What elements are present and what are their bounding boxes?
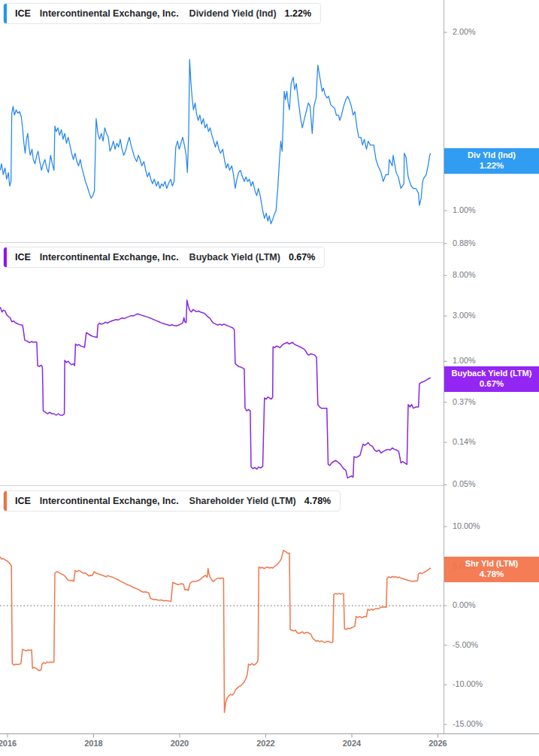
company-name: Intercontinental Exchange, Inc. bbox=[40, 252, 179, 263]
x-axis-label: 2016 bbox=[0, 739, 24, 748]
y-axis-label: -5.00% bbox=[453, 640, 535, 649]
metric-value: 4.78% bbox=[304, 496, 331, 506]
x-axis-label: 2022 bbox=[250, 739, 283, 748]
x-axis-label: 2020 bbox=[163, 739, 196, 748]
badge-label: Buyback Yield (LTM) bbox=[444, 368, 539, 378]
company-name: Intercontinental Exchange, Inc. bbox=[40, 496, 179, 506]
metric-name: Dividend Yield (Ind) bbox=[189, 8, 277, 19]
y-axis-label: -10.00% bbox=[453, 679, 535, 688]
last-value-badge-dividend-yield: Div Yld (Ind) 1.22% bbox=[444, 148, 539, 174]
last-value-badge-buyback-yield: Buyback Yield (LTM) 0.67% bbox=[444, 366, 539, 392]
x-axis-label: 2024 bbox=[335, 739, 368, 748]
last-value-badge-shareholder-yield: Shr Yld (LTM) 4.78% bbox=[444, 557, 539, 582]
y-axis-label: 1.00% bbox=[453, 356, 535, 365]
badge-value: 4.78% bbox=[444, 569, 539, 580]
metric-name: Shareholder Yield (LTM) bbox=[189, 496, 296, 506]
metric-value: 1.22% bbox=[285, 8, 311, 19]
metric-value: 0.67% bbox=[289, 252, 315, 263]
badge-label: Shr Yld (LTM) bbox=[444, 558, 539, 569]
chart-title-bar-shareholder-yield[interactable]: ICE Intercontinental Exchange, Inc. Shar… bbox=[3, 490, 341, 512]
badge-value: 0.67% bbox=[444, 378, 539, 390]
y-axis-label: 8.00% bbox=[453, 270, 535, 279]
stock-charts-view: ICE Intercontinental Exchange, Inc. Divi… bbox=[0, 0, 539, 756]
y-axis-label: 1.00% bbox=[453, 205, 535, 214]
y-axis-label: 2.00% bbox=[453, 27, 535, 36]
chart-title-bar-dividend-yield[interactable]: ICE Intercontinental Exchange, Inc. Divi… bbox=[3, 3, 321, 24]
y-axis-label: 3.00% bbox=[453, 311, 535, 320]
company-name: Intercontinental Exchange, Inc. bbox=[40, 8, 179, 19]
y-axis-label: 0.37% bbox=[453, 397, 535, 406]
shareholder-yield-line bbox=[0, 551, 431, 713]
ticker-symbol: ICE bbox=[15, 8, 31, 19]
x-axis-label: 2026 bbox=[422, 739, 455, 748]
dividend-yield-line bbox=[0, 59, 431, 224]
ticker-symbol: ICE bbox=[15, 252, 31, 263]
chart-title-bar-buyback-yield[interactable]: ICE Intercontinental Exchange, Inc. Buyb… bbox=[3, 247, 325, 268]
accent-bar bbox=[4, 491, 7, 511]
y-axis-label: 0.14% bbox=[453, 437, 535, 446]
y-axis-label: 10.00% bbox=[453, 521, 535, 530]
y-axis-label: 0.88% bbox=[453, 238, 535, 247]
y-axis-label: -15.00% bbox=[453, 719, 535, 728]
y-axis-label: 0.05% bbox=[453, 479, 535, 488]
x-axis-label: 2018 bbox=[77, 739, 111, 748]
badge-value: 1.22% bbox=[444, 160, 539, 172]
ticker-symbol: ICE bbox=[15, 496, 31, 506]
badge-label: Div Yld (Ind) bbox=[444, 150, 539, 160]
buyback-yield-line bbox=[0, 300, 431, 478]
accent-bar bbox=[4, 247, 7, 267]
accent-bar bbox=[4, 4, 7, 23]
metric-name: Buyback Yield (LTM) bbox=[189, 252, 280, 263]
y-axis-label: 0.00% bbox=[453, 600, 535, 609]
